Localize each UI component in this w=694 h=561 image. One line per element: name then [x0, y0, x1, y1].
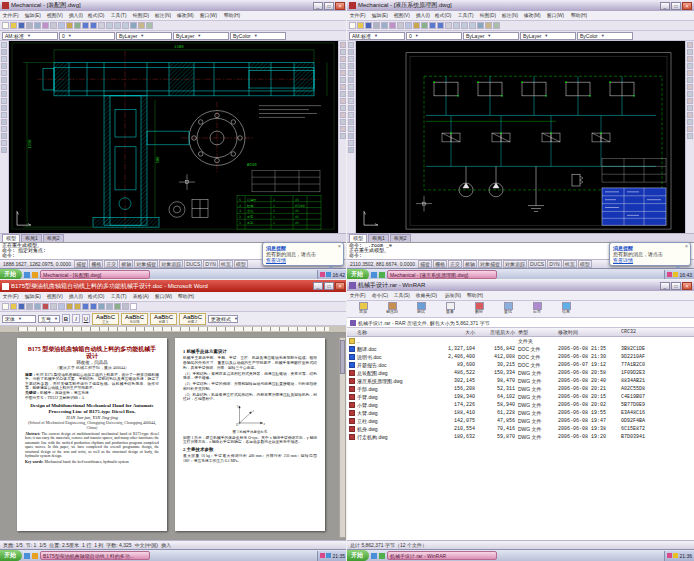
start-button[interactable]: 开始: [0, 550, 22, 561]
zoom-realtime-icon[interactable]: [106, 22, 113, 29]
status-toggle[interactable]: 对象捕捉: [134, 260, 158, 268]
vertical-scrollbar[interactable]: [339, 337, 346, 538]
menu-item[interactable]: 插入(I): [68, 12, 84, 19]
close-button[interactable]: ×: [682, 2, 692, 10]
spline-icon[interactable]: [1, 98, 7, 104]
status-toggle[interactable]: 正交: [448, 260, 462, 268]
insert-block-icon[interactable]: [348, 112, 354, 118]
quick-launch-icon[interactable]: [379, 553, 385, 559]
cad2-drawing-canvas[interactable]: [356, 41, 685, 233]
menu-item[interactable]: 文件(F): [349, 12, 366, 19]
undo-icon[interactable]: [429, 22, 436, 29]
cad1-drawing-canvas[interactable]: 1250 1580 580 Ø240: [9, 41, 338, 233]
menu-item[interactable]: 帮助(H): [466, 292, 484, 299]
revision-cloud-icon[interactable]: [348, 91, 354, 97]
status-toggle[interactable]: 对象捕捉: [478, 260, 502, 268]
offset-icon[interactable]: [687, 63, 693, 69]
chamfer-icon[interactable]: [340, 119, 346, 125]
ellipse-icon[interactable]: [348, 105, 354, 111]
italic-button[interactable]: I: [72, 314, 80, 323]
document-page-1[interactable]: B175 型柴油机曲轴箱自动线上料的多功能机械手设计 韩俊俊，闫晶晶 （重庆大学…: [17, 338, 167, 531]
menu-item[interactable]: 插入(I): [415, 12, 431, 19]
underline-button[interactable]: U: [82, 314, 90, 323]
zoom-previous-icon[interactable]: [122, 22, 129, 29]
line-icon[interactable]: [348, 42, 354, 48]
tab-layout1[interactable]: 布局1: [21, 234, 42, 242]
property-combo[interactable]: ByColor▼: [577, 32, 633, 40]
columns-icon[interactable]: [106, 303, 113, 310]
quick-launch-icon[interactable]: [32, 553, 38, 559]
insert-table-icon[interactable]: [98, 303, 105, 310]
menu-item[interactable]: 帮助(H): [223, 12, 241, 19]
status-toggle[interactable]: 线宽: [563, 260, 577, 268]
new-file-icon[interactable]: [349, 22, 356, 29]
menu-item[interactable]: 帮助(H): [570, 12, 588, 19]
menu-item[interactable]: 编辑(E): [24, 12, 42, 19]
minimize-button[interactable]: _: [660, 282, 670, 290]
line-icon[interactable]: [1, 42, 7, 48]
status-toggle[interactable]: 模型: [234, 260, 248, 268]
array-icon[interactable]: [687, 70, 693, 76]
quick-launch-icon[interactable]: [371, 553, 377, 559]
menu-item[interactable]: 插入(I): [68, 293, 84, 300]
file-row[interactable]: 液压系统原理图.dwg 302,145 98,470 DWG 文件 2006-0…: [347, 377, 694, 385]
construction-line-icon[interactable]: [348, 49, 354, 55]
menu-item[interactable]: 标注(N): [501, 12, 519, 19]
show-hide-icon[interactable]: [122, 303, 129, 310]
tray-qq-icon[interactable]: [667, 553, 672, 558]
open-file-icon[interactable]: [357, 22, 364, 29]
trim-icon[interactable]: [687, 105, 693, 111]
spline-icon[interactable]: [348, 98, 354, 104]
tab-layout2[interactable]: 布局2: [390, 234, 411, 242]
close-button[interactable]: ×: [335, 282, 345, 290]
property-combo[interactable]: ByLayer▼: [520, 32, 576, 40]
mirror-icon[interactable]: [687, 56, 693, 62]
maximize-button[interactable]: □: [324, 2, 334, 10]
move-icon[interactable]: [340, 77, 346, 83]
menu-item[interactable]: 编辑(E): [24, 293, 42, 300]
file-row[interactable]: 说明书.doc 2,406,400 412,008 DOC 文件 2006-06…: [347, 353, 694, 361]
paste-icon[interactable]: [413, 22, 420, 29]
winrar-titlebar[interactable]: 机械手设计.rar - WinRAR _ □ ×: [347, 280, 694, 291]
menu-item[interactable]: 工具(T): [457, 12, 474, 19]
status-toggle[interactable]: DYN: [547, 260, 562, 268]
trim-icon[interactable]: [340, 105, 346, 111]
status-toggle[interactable]: DUCS: [528, 260, 546, 268]
copy-object-icon[interactable]: [687, 49, 693, 55]
cut-icon[interactable]: [50, 22, 57, 29]
polygon-icon[interactable]: [348, 63, 354, 69]
region-icon[interactable]: [1, 140, 7, 146]
file-row[interactable]: 立柱.dwg 142,075 47,856 DWG 文件 2006-06-08 …: [347, 417, 694, 425]
status-toggle[interactable]: 捕捉: [74, 260, 88, 268]
style-chip[interactable]: AaBbC 标题 2: [179, 313, 206, 325]
menu-item[interactable]: 标注(N): [154, 12, 172, 19]
design-center-icon[interactable]: [138, 22, 145, 29]
file-row[interactable]: 总装配图.dwg 486,522 150,334 DWG 文件 2006-06-…: [347, 369, 694, 377]
word-document-area[interactable]: B175 型柴油机曲轴箱自动线上料的多功能机械手设计 韩俊俊，闫晶晶 （重庆大学…: [0, 333, 347, 540]
quick-launch-icon[interactable]: [32, 272, 38, 278]
polyline-icon[interactable]: [348, 56, 354, 62]
cad2-titlebar[interactable]: Mechanical - [液压系统原理图.dwg] _ □ ×: [347, 0, 694, 11]
tray-volume-icon[interactable]: [326, 272, 331, 277]
start-button[interactable]: 开始: [0, 269, 22, 280]
menu-item[interactable]: 命令(C): [371, 292, 389, 299]
plot-icon[interactable]: [373, 22, 380, 29]
status-toggle[interactable]: 模型: [578, 260, 592, 268]
file-row[interactable]: 开题报告.doc 89,600 30,215 DOC 文件 2006-06-07…: [347, 361, 694, 369]
open-file-icon[interactable]: [10, 22, 17, 29]
menu-item[interactable]: 视图(V): [393, 12, 411, 19]
fillet-icon[interactable]: [340, 126, 346, 132]
zoom-realtime-icon[interactable]: [453, 22, 460, 29]
status-toggle[interactable]: 捕捉: [418, 260, 432, 268]
pan-icon[interactable]: [98, 22, 105, 29]
fillet-icon[interactable]: [687, 126, 693, 132]
property-combo[interactable]: ByLayer▼: [116, 32, 172, 40]
test-archive-icon[interactable]: 测试: [408, 302, 434, 316]
match-properties-icon[interactable]: [74, 22, 81, 29]
add-archive-icon[interactable]: 添加: [350, 302, 376, 316]
menu-item[interactable]: 绘图(D): [479, 12, 497, 19]
menu-item[interactable]: 收藏夹(O): [415, 292, 438, 299]
status-toggle[interactable]: 对象追踪: [503, 260, 527, 268]
column-header-crc[interactable]: CRC32: [619, 329, 663, 335]
mirror-icon[interactable]: [340, 56, 346, 62]
